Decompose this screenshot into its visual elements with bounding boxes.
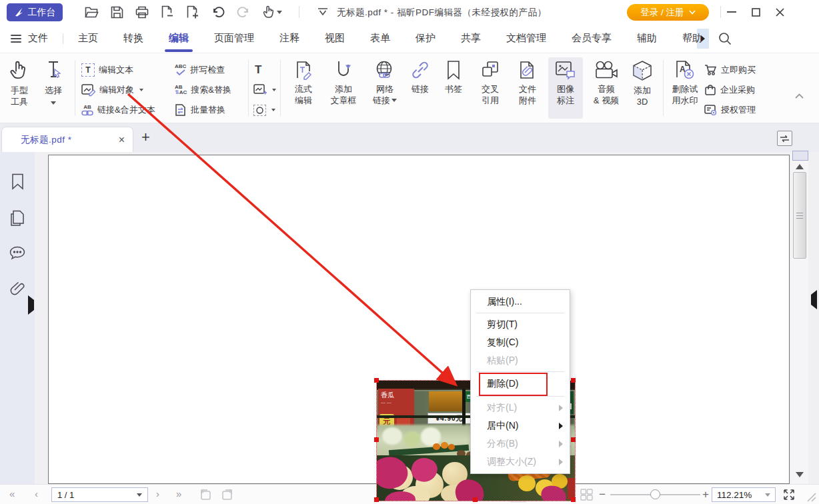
buy-now-button[interactable]: 立即购买: [704, 61, 756, 79]
scrollbar-thumb[interactable]: [793, 172, 806, 259]
vertical-scrollbar[interactable]: [791, 152, 808, 484]
document-tab[interactable]: 无标题.pdf * ×: [1, 127, 133, 152]
pages-panel-icon[interactable]: [10, 210, 25, 226]
menu-file[interactable]: 文件: [27, 32, 49, 45]
menu-view[interactable]: 视图: [323, 32, 346, 45]
foxit-quill-icon: [14, 7, 24, 17]
bookmarks-panel-icon[interactable]: [11, 173, 24, 190]
menu-help[interactable]: 帮助: [681, 32, 704, 45]
select-tool-button[interactable]: 选择: [39, 57, 68, 107]
print-icon[interactable]: [135, 5, 149, 19]
next-page-button[interactable]: ›: [156, 488, 159, 499]
zoom-in-button[interactable]: +: [702, 488, 709, 501]
hand-tool-label-2: 工具: [11, 97, 28, 107]
right-panel-expand-icon[interactable]: [811, 295, 817, 305]
link-button[interactable]: 链接: [405, 57, 435, 95]
remove-trial-watermark-button[interactable]: A 删除试用水印: [667, 57, 703, 106]
resize-grip[interactable]: [806, 491, 816, 502]
new-tab-button[interactable]: +: [141, 130, 150, 145]
selection-handle-mid-right[interactable]: [571, 437, 576, 442]
menu-page-manage[interactable]: 页面管理: [213, 32, 255, 45]
save-icon[interactable]: [109, 5, 124, 19]
selection-handle-bottom-left[interactable]: [374, 497, 379, 502]
hand-pointer-tool-icon[interactable]: [261, 5, 283, 19]
menu-convert[interactable]: 转换: [122, 32, 145, 45]
search-replace-button[interactable]: AB⇅AC 搜索&替换: [175, 81, 231, 99]
menu-item-cut[interactable]: 剪切(T): [471, 315, 570, 333]
zoom-slider-knob[interactable]: [650, 489, 660, 499]
menu-form[interactable]: 表单: [369, 32, 391, 45]
audio-video-button[interactable]: 音频& 视频: [587, 57, 626, 106]
selection-handle-top-right[interactable]: [571, 378, 576, 383]
add-shape-tool-button[interactable]: [253, 101, 275, 119]
next-view-icon[interactable]: [221, 489, 234, 500]
page-dropdown-icon[interactable]: [137, 493, 142, 497]
batch-replace-button[interactable]: 批量替换: [175, 101, 225, 119]
comments-panel-icon[interactable]: [9, 246, 25, 261]
tab-close-icon[interactable]: ×: [119, 134, 125, 146]
selection-handle-bottom-mid[interactable]: [473, 497, 478, 502]
insert-page-icon[interactable]: [185, 5, 200, 19]
quad-page-view-icon[interactable]: [578, 487, 595, 503]
selection-handle-top-left[interactable]: [374, 378, 379, 383]
add-3d-button[interactable]: 添加3D: [627, 57, 658, 107]
zoom-level-input[interactable]: 112.21%: [712, 487, 776, 502]
page-number-input[interactable]: 1 / 1: [51, 487, 148, 502]
menu-item-center[interactable]: 居中(N): [471, 417, 570, 435]
undo-icon[interactable]: [211, 5, 225, 19]
minimize-button[interactable]: [722, 4, 742, 20]
menu-assist[interactable]: 辅助: [636, 32, 658, 45]
flow-edit-button[interactable]: 流式编辑: [287, 57, 320, 106]
export-page-icon[interactable]: [160, 5, 175, 19]
menu-edit-active[interactable]: 编辑: [167, 32, 190, 45]
context-menu: 属性(I)... 剪切(T) 复制(C) 粘贴(P) 删除(D) 对齐(L) 居…: [470, 289, 570, 474]
previous-view-icon[interactable]: [199, 489, 211, 500]
zoom-out-button[interactable]: −: [599, 488, 606, 501]
hand-tool-button[interactable]: 手型工具: [5, 57, 33, 107]
workspace-button[interactable]: 工作台: [7, 3, 63, 21]
menu-home[interactable]: 主页: [77, 32, 99, 45]
switch-document-icon[interactable]: [777, 131, 792, 146]
cross-reference-button[interactable]: 交叉引用: [474, 57, 507, 106]
menu-share[interactable]: 共享: [460, 32, 482, 45]
selection-handle-mid-left[interactable]: [374, 437, 379, 442]
enterprise-purchase-button[interactable]: 企业采购: [704, 81, 755, 99]
license-manage-button[interactable]: 授权管理: [704, 101, 756, 119]
image-annotation-button-active[interactable]: 图像标注: [548, 57, 583, 119]
selection-handle-bottom-right[interactable]: [571, 497, 576, 502]
hamburger-menu-icon[interactable]: [11, 35, 21, 43]
menu-item-copy[interactable]: 复制(C): [471, 333, 570, 351]
menu-doc-manage[interactable]: 文档管理: [505, 32, 548, 45]
first-page-button[interactable]: «: [9, 488, 15, 499]
zoom-dropdown-icon[interactable]: [765, 493, 770, 497]
prev-page-button[interactable]: ‹: [35, 488, 38, 499]
attachments-panel-icon[interactable]: [10, 281, 25, 297]
collapse-toolbar-icon[interactable]: [315, 5, 330, 19]
spell-check-button[interactable]: ABC 拼写检查: [175, 61, 225, 79]
link-merge-text-button[interactable]: AB 链接&合并文本: [81, 101, 155, 119]
edit-object-button[interactable]: 编辑对象: [81, 81, 143, 99]
ribbon-collapse-icon[interactable]: [795, 93, 804, 99]
last-page-button[interactable]: »: [176, 488, 181, 499]
bookmark-button[interactable]: 书签: [439, 57, 468, 95]
scroll-up-icon[interactable]: [796, 164, 804, 169]
login-register-button[interactable]: 登录 / 注册: [627, 4, 709, 21]
add-image-tool-button[interactable]: [253, 81, 276, 99]
redo-icon[interactable]: [236, 5, 251, 19]
menu-item-properties[interactable]: 属性(I)...: [471, 293, 570, 311]
menu-protect[interactable]: 保护: [414, 32, 437, 45]
open-file-icon[interactable]: [84, 5, 99, 19]
search-icon[interactable]: [718, 32, 732, 45]
add-article-box-button[interactable]: 添加文章框: [324, 57, 363, 106]
close-button[interactable]: [770, 4, 790, 20]
menu-member[interactable]: 会员专享: [570, 32, 613, 45]
web-link-button[interactable]: 网络链接: [367, 57, 403, 106]
menu-comment[interactable]: 注释: [278, 32, 301, 45]
fullscreen-icon[interactable]: [783, 489, 795, 501]
maximize-button[interactable]: [746, 4, 766, 20]
edit-text-button[interactable]: T 编辑文本: [81, 61, 133, 79]
file-attachment-button[interactable]: 文件附件: [511, 57, 544, 106]
add-text-tool-button[interactable]: T: [255, 61, 261, 79]
sidebar-expand-icon[interactable]: [28, 300, 34, 310]
scroll-down-icon[interactable]: [796, 472, 804, 477]
